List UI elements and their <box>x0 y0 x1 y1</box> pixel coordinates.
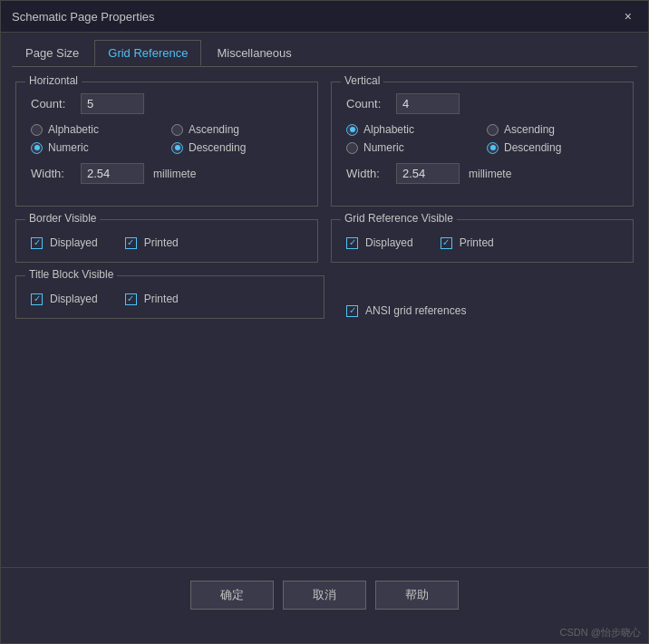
vertical-width-row: Width: millimete <box>346 163 618 184</box>
vertical-radio-alphabetic-circle <box>346 124 358 136</box>
middle-panels-row: Border Visible Displayed Printed Grid Re… <box>15 219 634 263</box>
vertical-radio-ascending-label: Ascending <box>504 123 555 136</box>
vertical-panel-label: Vertical <box>341 74 383 87</box>
vertical-radio-descending-circle <box>487 142 499 154</box>
grid-reference-visible-checkboxes: Displayed Printed <box>346 236 618 249</box>
border-printed-item[interactable]: Printed <box>125 236 179 249</box>
horizontal-radio-ascending-circle <box>171 124 183 136</box>
tabs-container: Page Size Grid Reference Miscellaneous <box>1 33 648 66</box>
vertical-radio-numeric-label: Numeric <box>363 141 404 154</box>
title-block-displayed-label: Displayed <box>50 293 98 305</box>
dialog: Schematic Page Properties × Page Size Gr… <box>0 0 649 644</box>
vertical-count-row: Count: <box>346 93 618 114</box>
horizontal-width-label: Width: <box>31 167 72 180</box>
tab-grid-reference[interactable]: Grid Reference <box>94 40 201 66</box>
ansi-grid-item[interactable]: ANSI grid references <box>346 304 466 317</box>
title-block-checkboxes: Displayed Printed <box>31 293 309 305</box>
horizontal-radio-descending-circle <box>171 142 183 154</box>
horizontal-width-unit: millimete <box>153 168 196 180</box>
horizontal-radio-alphabetic[interactable]: Alphabetic <box>31 123 162 136</box>
border-visible-panel: Border Visible Displayed Printed <box>15 219 318 263</box>
title-block-displayed-item[interactable]: Displayed <box>31 293 98 305</box>
dialog-title: Schematic Page Properties <box>12 10 155 24</box>
horizontal-radio-numeric-circle <box>31 142 43 154</box>
horizontal-width-row: Width: millimete <box>31 163 303 184</box>
bottom-panels-row: Title Block Visible Displayed Printed <box>15 275 634 319</box>
help-button[interactable]: 帮助 <box>375 581 459 610</box>
vertical-radio-numeric[interactable]: Numeric <box>346 141 478 154</box>
top-panels-row: Horizontal Count: Alphabetic Ascending <box>15 82 634 207</box>
horizontal-radio-descending-label: Descending <box>189 141 246 154</box>
horizontal-width-input[interactable] <box>81 163 144 184</box>
horizontal-radio-alphabetic-label: Alphabetic <box>48 123 99 136</box>
vertical-radio-descending[interactable]: Descending <box>487 141 618 154</box>
horizontal-radio-ascending-label: Ascending <box>189 123 239 136</box>
horizontal-count-label: Count: <box>31 97 72 111</box>
vertical-count-input[interactable] <box>396 93 460 114</box>
border-displayed-label: Displayed <box>50 236 98 249</box>
vertical-count-label: Count: <box>346 97 387 111</box>
horizontal-radio-numeric[interactable]: Numeric <box>31 141 162 154</box>
border-printed-checkbox <box>125 237 137 249</box>
ansi-grid-checkbox <box>346 305 358 317</box>
grid-ref-printed-label: Printed <box>460 236 494 249</box>
horizontal-radio-ascending[interactable]: Ascending <box>171 123 303 136</box>
horizontal-count-input[interactable] <box>81 93 144 114</box>
border-displayed-item[interactable]: Displayed <box>31 236 98 249</box>
horizontal-panel: Horizontal Count: Alphabetic Ascending <box>15 82 318 207</box>
tab-miscellaneous[interactable]: Miscellaneous <box>203 40 305 66</box>
close-button[interactable]: × <box>619 8 637 24</box>
grid-ref-displayed-item[interactable]: Displayed <box>346 236 413 249</box>
horizontal-radio-descending[interactable]: Descending <box>171 141 303 154</box>
horizontal-count-row: Count: <box>31 93 303 114</box>
grid-ref-displayed-label: Displayed <box>365 236 413 249</box>
horizontal-radio-numeric-label: Numeric <box>48 141 89 154</box>
ansi-grid-label: ANSI grid references <box>365 304 466 317</box>
title-block-printed-checkbox <box>125 293 137 305</box>
tab-page-size[interactable]: Page Size <box>12 40 92 66</box>
horizontal-radio-grid: Alphabetic Ascending Numeric Descending <box>31 123 303 154</box>
vertical-width-input[interactable] <box>396 163 460 184</box>
title-block-visible-label: Title Block Visible <box>25 268 117 281</box>
vertical-panel: Vertical Count: Alphabetic Ascending <box>331 82 634 207</box>
border-visible-checkboxes: Displayed Printed <box>31 236 303 249</box>
title-block-printed-item[interactable]: Printed <box>125 293 179 305</box>
title-block-displayed-checkbox <box>31 293 43 305</box>
title-bar: Schematic Page Properties × <box>1 1 648 33</box>
horizontal-panel-label: Horizontal <box>25 74 82 87</box>
grid-reference-visible-panel: Grid Reference Visible Displayed Printed <box>331 219 634 263</box>
horizontal-radio-alphabetic-circle <box>31 124 43 136</box>
grid-ref-printed-checkbox <box>441 237 452 249</box>
vertical-width-label: Width: <box>346 167 387 180</box>
vertical-width-unit: millimete <box>469 168 511 180</box>
vertical-radio-ascending-circle <box>487 124 499 136</box>
confirm-button[interactable]: 确定 <box>190 581 274 610</box>
vertical-radio-alphabetic-label: Alphabetic <box>363 123 414 136</box>
cancel-button[interactable]: 取消 <box>283 581 366 610</box>
grid-reference-visible-label: Grid Reference Visible <box>341 212 457 225</box>
bottom-buttons-bar: 确定 取消 帮助 <box>1 567 648 624</box>
vertical-radio-ascending[interactable]: Ascending <box>487 123 618 136</box>
title-block-visible-panel: Title Block Visible Displayed Printed <box>15 275 324 319</box>
border-displayed-checkbox <box>31 237 43 249</box>
vertical-radio-descending-label: Descending <box>504 141 561 154</box>
grid-ref-displayed-checkbox <box>346 237 358 249</box>
title-block-printed-label: Printed <box>144 293 179 305</box>
watermark: CSDN @怡步晓心 <box>1 624 648 643</box>
border-printed-label: Printed <box>144 236 179 249</box>
vertical-radio-alphabetic[interactable]: Alphabetic <box>346 123 478 136</box>
border-visible-label: Border Visible <box>25 212 100 225</box>
ansi-section: ANSI grid references <box>337 275 634 319</box>
vertical-radio-grid: Alphabetic Ascending Numeric Descending <box>346 123 618 154</box>
tab-content: Horizontal Count: Alphabetic Ascending <box>1 67 648 567</box>
grid-ref-printed-item[interactable]: Printed <box>441 236 494 249</box>
vertical-radio-numeric-circle <box>346 142 358 154</box>
